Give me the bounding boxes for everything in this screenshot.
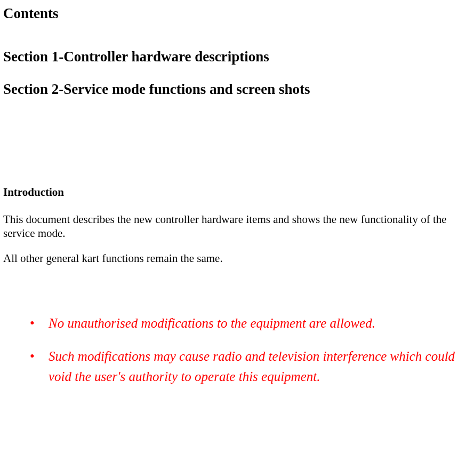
section-1-heading: Section 1-Controller hardware descriptio… [3,49,474,65]
contents-heading: Contents [3,5,474,22]
warning-item-2: Such modifications may cause radio and t… [30,346,474,386]
intro-paragraph-1: This document describes the new controll… [3,212,474,241]
warning-item-1: No unauthorised modifications to the equ… [30,313,474,334]
warnings-list: No unauthorised modifications to the equ… [30,313,474,387]
spacer [3,108,474,186]
section-2-heading: Section 2-Service mode functions and scr… [3,81,474,98]
intro-paragraph-2: All other general kart functions remain … [3,251,474,265]
introduction-heading: Introduction [3,186,474,199]
spacer [3,276,474,313]
